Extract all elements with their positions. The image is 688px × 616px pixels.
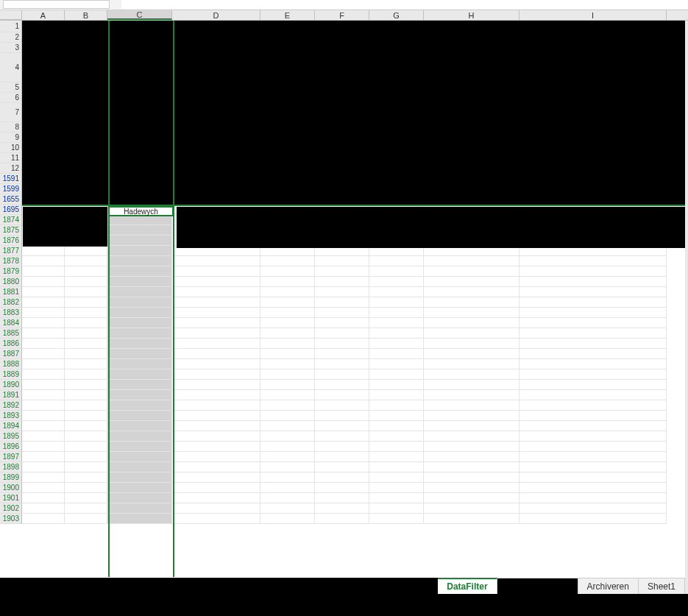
cell[interactable] bbox=[315, 390, 369, 400]
cell[interactable] bbox=[260, 369, 315, 380]
cell[interactable] bbox=[22, 246, 65, 256]
cell[interactable] bbox=[260, 287, 315, 297]
cell[interactable] bbox=[22, 318, 65, 328]
cell[interactable] bbox=[315, 431, 369, 442]
cell[interactable] bbox=[260, 462, 315, 472]
row-head[interactable]: 1883 bbox=[0, 308, 22, 318]
cell[interactable] bbox=[65, 400, 107, 411]
cell[interactable] bbox=[22, 452, 65, 462]
cell[interactable] bbox=[369, 452, 424, 462]
cell[interactable] bbox=[107, 369, 172, 380]
cell[interactable] bbox=[424, 411, 519, 421]
cell[interactable] bbox=[172, 277, 260, 287]
cell[interactable] bbox=[424, 297, 519, 308]
row-head[interactable]: 1886 bbox=[0, 339, 22, 349]
row-head[interactable]: 1894 bbox=[0, 421, 22, 431]
cell[interactable] bbox=[172, 514, 260, 524]
name-box[interactable] bbox=[3, 0, 110, 9]
vertical-scrollbar[interactable] bbox=[685, 21, 688, 578]
cell[interactable] bbox=[519, 472, 667, 483]
cell[interactable] bbox=[519, 339, 667, 349]
cell[interactable] bbox=[519, 328, 667, 339]
cell[interactable] bbox=[315, 411, 369, 421]
row-head[interactable]: 6 bbox=[0, 93, 22, 103]
cell[interactable] bbox=[65, 277, 107, 287]
cell[interactable] bbox=[315, 297, 369, 308]
cell[interactable] bbox=[260, 339, 315, 349]
cell[interactable] bbox=[22, 442, 65, 452]
cell[interactable] bbox=[260, 380, 315, 390]
cell[interactable] bbox=[315, 308, 369, 318]
row-head[interactable]: 5 bbox=[0, 82, 22, 93]
cell[interactable] bbox=[65, 503, 107, 514]
cell[interactable] bbox=[369, 442, 424, 452]
cell[interactable] bbox=[424, 359, 519, 369]
cell[interactable] bbox=[22, 400, 65, 411]
cell[interactable] bbox=[22, 297, 65, 308]
cell[interactable] bbox=[22, 369, 65, 380]
cell[interactable] bbox=[22, 266, 65, 277]
cell[interactable] bbox=[369, 462, 424, 472]
cell[interactable] bbox=[260, 390, 315, 400]
cell[interactable] bbox=[424, 400, 519, 411]
row-head[interactable]: 4 bbox=[0, 53, 22, 82]
cell[interactable] bbox=[519, 400, 667, 411]
cell[interactable] bbox=[519, 493, 667, 503]
cell[interactable] bbox=[260, 493, 315, 503]
cell[interactable] bbox=[260, 421, 315, 431]
cell[interactable] bbox=[172, 483, 260, 493]
cell[interactable] bbox=[260, 472, 315, 483]
cell[interactable] bbox=[519, 462, 667, 472]
row-head[interactable]: 3 bbox=[0, 43, 22, 53]
cell[interactable] bbox=[424, 493, 519, 503]
row-head[interactable]: 1888 bbox=[0, 359, 22, 369]
cell[interactable] bbox=[260, 256, 315, 266]
row-head[interactable]: 1877 bbox=[0, 246, 22, 256]
cell[interactable] bbox=[260, 359, 315, 369]
col-head-B[interactable]: B bbox=[65, 10, 107, 20]
cell[interactable] bbox=[172, 287, 260, 297]
cell[interactable] bbox=[260, 318, 315, 328]
cell[interactable] bbox=[519, 277, 667, 287]
cell[interactable] bbox=[424, 472, 519, 483]
row-head[interactable]: 1881 bbox=[0, 287, 22, 297]
row-head[interactable]: 1874 bbox=[0, 215, 22, 225]
cell[interactable] bbox=[107, 472, 172, 483]
cell[interactable] bbox=[172, 411, 260, 421]
cell[interactable] bbox=[519, 359, 667, 369]
cell[interactable] bbox=[107, 483, 172, 493]
formula-input[interactable] bbox=[121, 0, 688, 9]
cell[interactable] bbox=[22, 431, 65, 442]
cell[interactable] bbox=[424, 328, 519, 339]
cell[interactable] bbox=[424, 256, 519, 266]
cell[interactable] bbox=[22, 277, 65, 287]
cell[interactable] bbox=[22, 256, 65, 266]
cell[interactable] bbox=[65, 287, 107, 297]
cell[interactable] bbox=[22, 390, 65, 400]
cell[interactable] bbox=[424, 318, 519, 328]
cell[interactable] bbox=[107, 266, 172, 277]
cell[interactable] bbox=[22, 359, 65, 369]
active-cell[interactable]: Hadewych bbox=[108, 206, 174, 216]
cell[interactable] bbox=[172, 462, 260, 472]
cell[interactable] bbox=[260, 503, 315, 514]
row-head[interactable]: 1695 bbox=[0, 205, 22, 215]
cell[interactable] bbox=[22, 287, 65, 297]
cell[interactable] bbox=[22, 503, 65, 514]
cell[interactable] bbox=[519, 266, 667, 277]
cell[interactable] bbox=[107, 503, 172, 514]
cell[interactable] bbox=[315, 514, 369, 524]
cell[interactable] bbox=[107, 236, 172, 246]
cell[interactable] bbox=[65, 328, 107, 339]
cell[interactable] bbox=[369, 277, 424, 287]
cell[interactable] bbox=[65, 308, 107, 318]
cell[interactable] bbox=[369, 493, 424, 503]
cell[interactable] bbox=[107, 400, 172, 411]
cell[interactable] bbox=[315, 359, 369, 369]
cell[interactable] bbox=[369, 339, 424, 349]
cell[interactable] bbox=[172, 339, 260, 349]
cell[interactable] bbox=[315, 287, 369, 297]
cell[interactable] bbox=[519, 452, 667, 462]
cell[interactable] bbox=[315, 452, 369, 462]
cell[interactable] bbox=[519, 483, 667, 493]
